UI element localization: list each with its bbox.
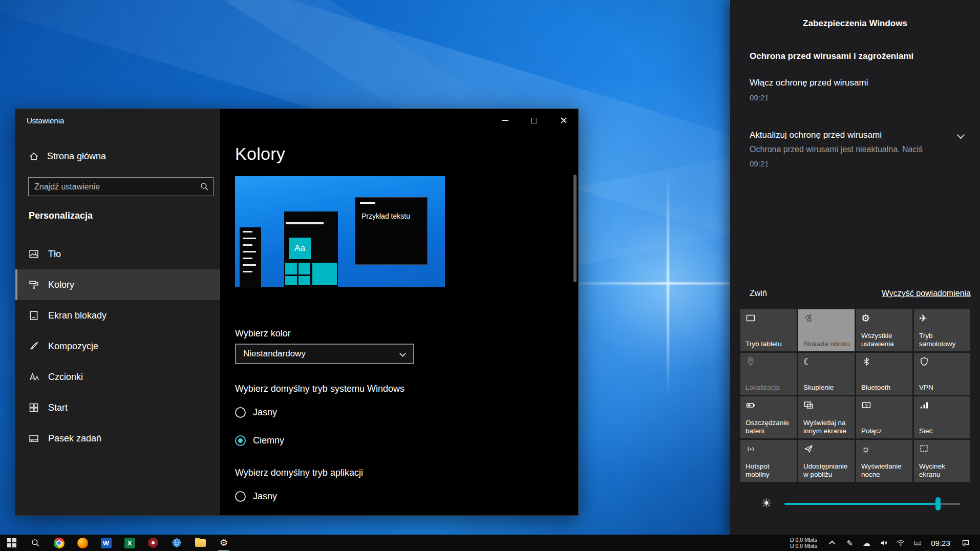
- quick-action-polacz[interactable]: Połącz: [856, 396, 912, 438]
- color-dropdown[interactable]: Niestandardowy: [235, 344, 414, 364]
- location-icon: [745, 356, 757, 368]
- home-icon: [29, 151, 39, 161]
- quick-action-blokada-obrotu[interactable]: Blokada obrotu: [798, 309, 855, 351]
- notification-title[interactable]: Włącz ochronę przed wirusami: [750, 78, 868, 88]
- volume-tray-button[interactable]: [875, 535, 892, 551]
- quick-action-label: Oszczędzanie baterii: [745, 419, 794, 435]
- settings-taskbar-button[interactable]: ⚙: [212, 535, 236, 551]
- quick-action-lokalizacja[interactable]: Lokalizacja: [740, 353, 797, 395]
- sidebar-item-kolory[interactable]: Kolory: [15, 269, 220, 300]
- notification-app-title: Zabezpieczenia Windows: [730, 18, 980, 29]
- screen-snip-icon: [919, 443, 930, 455]
- start-button[interactable]: [0, 535, 24, 551]
- chrome-taskbar-button[interactable]: [47, 535, 71, 551]
- net-speed-up: U 0.0 Mbits: [790, 543, 817, 549]
- sidebar-item-label: Start: [48, 402, 68, 413]
- preview-tile: [312, 263, 337, 285]
- windows-ink-tray-button[interactable]: ✎: [841, 535, 858, 551]
- quick-action-wyswietlanie-nocne[interactable]: ☼ Wyświetlanie nocne: [856, 440, 912, 482]
- settings-sidebar: Ustawienia Strona główna Personalizacja …: [15, 109, 220, 515]
- quick-action-wszystkie-ustawienia[interactable]: ⚙ Wszystkie ustawienia: [856, 309, 912, 351]
- onedrive-tray-button[interactable]: ☁: [858, 535, 875, 551]
- notification-divider: [777, 116, 934, 116]
- windows-mode-heading: Wybierz domyślny tryb systemu Windows: [235, 384, 404, 394]
- quick-action-tryb-samolotowy[interactable]: ✈ Tryb samolotowy: [914, 309, 970, 351]
- background-icon: [29, 249, 39, 259]
- radio-option-windows-ciemny[interactable]: Ciemny: [235, 433, 284, 448]
- gear-icon: ⚙: [220, 538, 228, 547]
- sidebar-item-ekran-blokady[interactable]: Ekran blokady: [15, 300, 220, 331]
- window-title: Ustawienia: [27, 116, 64, 125]
- chevron-down-icon[interactable]: [957, 131, 965, 139]
- taskbar-tray: D 0.0 Mbits U 0.0 Mbits ✎ ☁ 09:23: [790, 535, 980, 551]
- content-scrollbar[interactable]: [573, 175, 577, 282]
- quick-action-udostepnianie-w-poblizu[interactable]: Udostępnianie w pobliżu: [798, 440, 855, 482]
- quick-action-label: Skupienie: [803, 384, 852, 392]
- tray-expand-button[interactable]: [824, 535, 841, 551]
- globe-taskbar-button[interactable]: [165, 535, 188, 551]
- sidebar-item-kompozycje[interactable]: Kompozycje: [15, 331, 220, 362]
- quick-action-label: Bluetooth: [861, 384, 910, 392]
- radio-label: Jasny: [253, 491, 277, 502]
- action-center-panel: Zabezpieczenia Windows Ochrona przed wir…: [730, 0, 980, 535]
- sidebar-item-label: Kompozycje: [48, 341, 98, 352]
- vpn-shield-icon: [919, 356, 930, 368]
- network-tray-button[interactable]: [892, 535, 909, 551]
- quick-action-wyswietlaj-na-innym-ekranie[interactable]: Wyświetlaj na innym ekranie: [798, 396, 855, 438]
- settings-search: [28, 177, 214, 196]
- quick-action-skupienie[interactable]: ☾ Skupienie: [798, 353, 855, 395]
- radio-option-windows-jasny[interactable]: Jasny: [235, 405, 277, 419]
- excel-taskbar-button[interactable]: X: [118, 535, 141, 551]
- taskbar-clock[interactable]: 09:23: [926, 539, 955, 547]
- tablet-icon: [745, 313, 757, 324]
- sidebar-item-home[interactable]: Strona główna: [15, 145, 220, 167]
- quick-action-bluetooth[interactable]: Bluetooth: [856, 353, 912, 395]
- quick-action-label: Wyświetlaj na innym ekranie: [803, 419, 852, 435]
- keyboard-icon: [913, 539, 922, 547]
- quick-action-vpn[interactable]: VPN: [914, 353, 970, 395]
- brightness-slider[interactable]: [784, 503, 961, 505]
- quick-action-tryb-tabletu[interactable]: Tryb tabletu: [740, 309, 797, 351]
- themes-icon: [29, 341, 39, 351]
- minimize-icon: [502, 120, 508, 121]
- close-button[interactable]: [549, 109, 578, 132]
- maximize-button[interactable]: [520, 109, 549, 132]
- app-mode-heading: Wybierz domyślny tryb aplikacji: [235, 468, 363, 478]
- quick-action-label: Tryb samolotowy: [919, 332, 968, 348]
- sidebar-item-start[interactable]: Start: [15, 392, 220, 423]
- lock-screen-icon: [29, 310, 39, 321]
- firefox-icon: [77, 538, 88, 548]
- bluetooth-icon: [861, 356, 872, 368]
- search-icon[interactable]: [200, 182, 209, 191]
- sidebar-item-pasek-zadan[interactable]: Pasek zadań: [15, 423, 220, 454]
- firefox-taskbar-button[interactable]: [71, 535, 94, 551]
- notification-title[interactable]: Aktualizuj ochronę przed wirusami: [750, 130, 882, 140]
- touch-keyboard-tray-button[interactable]: [909, 535, 926, 551]
- colors-icon: [29, 280, 39, 290]
- quick-action-wycinek-ekranu[interactable]: Wycinek ekranu: [914, 440, 970, 482]
- word-taskbar-button[interactable]: W: [94, 535, 118, 551]
- quick-action-label: Połącz: [861, 427, 910, 435]
- sidebar-item-czcionki[interactable]: Czcionki: [15, 362, 220, 392]
- notification-body: Ochrona przed wirusami jest nieaktualna.…: [750, 145, 980, 154]
- minimize-button[interactable]: [491, 109, 520, 132]
- search-input[interactable]: [28, 177, 214, 196]
- hotspot-icon: [745, 443, 757, 455]
- radio-option-app-jasny[interactable]: Jasny: [235, 489, 277, 503]
- quick-action-siec[interactable]: Sieć: [914, 396, 970, 438]
- notification-group-title: Ochrona przed wirusami i zagrożeniami: [750, 51, 913, 61]
- brightness-slider-handle[interactable]: [935, 497, 941, 511]
- notification-time: 09:21: [750, 93, 769, 102]
- sidebar-item-tlo[interactable]: Tło: [15, 239, 220, 269]
- collapse-link[interactable]: Zwiń: [750, 289, 767, 298]
- choose-color-label: Wybierz kolor: [235, 328, 291, 339]
- action-center-button[interactable]: [955, 535, 976, 551]
- folder-icon: [195, 539, 206, 547]
- taskbar-search-button[interactable]: [24, 535, 47, 551]
- red-app-taskbar-button[interactable]: [141, 535, 165, 551]
- action-center-icon: [962, 539, 970, 547]
- quick-action-oszczedzanie-baterii[interactable]: Oszczędzanie baterii: [740, 396, 797, 438]
- quick-action-hotspot-mobilny[interactable]: Hotspot mobilny: [740, 440, 797, 482]
- file-explorer-taskbar-button[interactable]: [188, 535, 212, 551]
- clear-notifications-link[interactable]: Wyczyść powiadomienia: [882, 289, 971, 298]
